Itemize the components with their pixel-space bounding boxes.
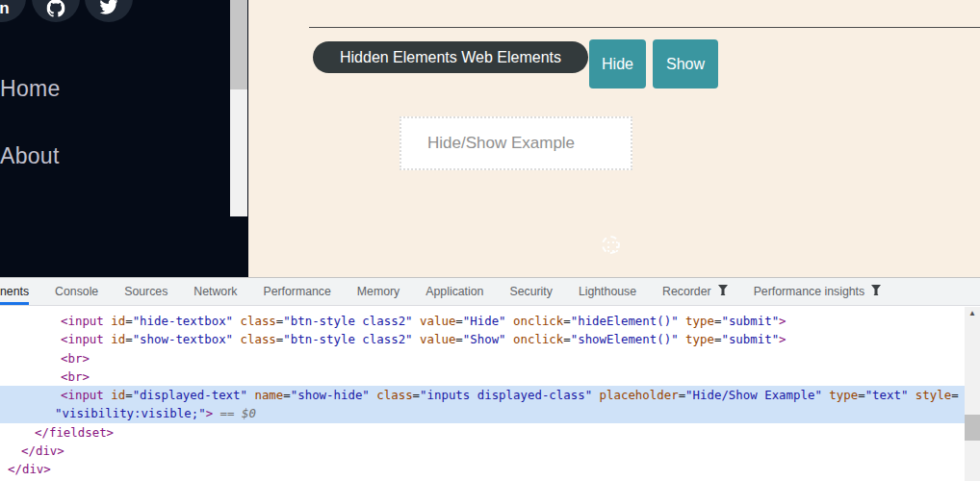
github-icon[interactable] [32, 0, 80, 22]
browser-viewport: in Home About Hidde [0, 0, 980, 277]
sidebar-link-home[interactable]: Home [0, 76, 61, 102]
code-token-val: "show-hide" [291, 388, 370, 402]
code-token-attr: name [247, 388, 283, 402]
devtools-tab-memory[interactable]: Memory [357, 278, 400, 305]
page-content: Hidden Elements Web Elements Hide Show [248, 0, 980, 277]
hide-show-example-input[interactable] [400, 116, 632, 170]
sidebar-scrollbar-track[interactable] [230, 0, 247, 216]
experiment-flask-icon [871, 285, 881, 298]
code-token-tag: <input [61, 388, 104, 402]
code-token-eq: = [858, 388, 864, 402]
tab-label: Recorder [662, 285, 711, 298]
code-token-attr: value [413, 314, 456, 328]
code-token-eq: = [679, 388, 685, 402]
devtools-tab-lighthouse[interactable]: Lighthouse [579, 278, 636, 305]
show-button[interactable]: Show [653, 39, 718, 89]
code-token-attr: id [104, 332, 125, 346]
devtools-tab-performance[interactable]: Performance [263, 278, 330, 305]
code-token-attr: id [104, 314, 125, 328]
code-token-attr: class [233, 332, 276, 346]
code-token-attr: value [413, 332, 456, 346]
linkedin-glyph: in [0, 0, 10, 18]
code-line[interactable]: <br> [0, 367, 980, 386]
code-token-tag: </div> [8, 462, 51, 476]
code-token-val: "show-textbox" [133, 332, 233, 346]
code-line[interactable]: <input id="show-textbox" class="btn-styl… [0, 330, 980, 348]
devtools-tab-security[interactable]: Security [509, 278, 552, 305]
code-line[interactable]: <input id="hide-textbox" class="btn-styl… [0, 312, 980, 330]
devtools-tab-application[interactable]: Application [426, 278, 483, 305]
devtools-tab-console[interactable]: Console [55, 278, 98, 305]
code-token-attr: type [679, 332, 714, 346]
code-line[interactable]: </div> [0, 442, 980, 460]
code-token-tag: <br> [61, 369, 90, 384]
code-token-tag: > [206, 406, 213, 420]
code-token-val: "Show" [463, 332, 506, 346]
devtools-tabbar: nentsConsoleSourcesNetworkPerformanceMem… [0, 278, 980, 306]
experiment-flask-icon [718, 285, 728, 298]
code-token-eq: = [951, 388, 958, 402]
tab-label: Application [426, 285, 483, 298]
code-token-eq: = [283, 388, 290, 402]
github-glyph [47, 0, 65, 21]
tab-label: Performance [263, 285, 330, 298]
code-token-eq: = [125, 332, 132, 346]
code-line[interactable]: "visibility:visible;"> == $0 [0, 404, 965, 422]
code-token-eq: = [563, 332, 570, 346]
devtools-tab-network[interactable]: Network [193, 278, 237, 305]
code-line[interactable]: <br> [0, 349, 980, 367]
screen: in Home About Hidde [0, 0, 980, 481]
devtools-tab-sources[interactable]: Sources [124, 278, 168, 305]
tab-label: Memory [357, 285, 400, 298]
code-token-attr: placeholder [592, 388, 679, 402]
tab-label: nents [0, 285, 29, 298]
code-token-val: "inputs displayed-class" [420, 388, 592, 402]
code-token-attr: type [679, 314, 714, 328]
code-token-attr: id [104, 388, 125, 402]
hide-button[interactable]: Hide [589, 39, 646, 89]
linkedin-icon[interactable]: in [0, 0, 26, 22]
tab-label: Performance insights [754, 285, 865, 298]
spinner-icon [602, 236, 620, 254]
code-token-eq: = [563, 314, 570, 328]
scroll-up-arrow-icon[interactable]: ▲ [965, 307, 980, 320]
tab-label: Lighthouse [579, 285, 636, 298]
code-token-attr: type [822, 388, 858, 402]
devtools-elements-tree: <input id="hide-textbox" class="btn-styl… [0, 307, 980, 481]
code-line[interactable]: </fieldset> [0, 423, 980, 442]
code-token-tag: <input [61, 332, 104, 346]
code-token-tag: <input [61, 314, 104, 328]
devtools-panel: nentsConsoleSourcesNetworkPerformanceMem… [0, 277, 980, 481]
section-divider [309, 27, 980, 28]
code-token-attr: class [233, 314, 276, 328]
code-token-val: "btn-style class2" [283, 332, 412, 346]
code-token-attr: onclick [506, 332, 564, 346]
code-token-val: "displayed-text" [133, 388, 247, 402]
page-sidebar: in Home About [0, 0, 248, 277]
sidebar-link-about[interactable]: About [0, 143, 60, 169]
code-token-eq: = [455, 332, 462, 346]
code-token-val: "submit" [721, 332, 779, 346]
sidebar-scrollbar-thumb[interactable] [230, 0, 247, 89]
code-token-attr: class [370, 388, 413, 402]
code-line[interactable]: </div> [0, 460, 980, 478]
tab-label: Network [193, 285, 237, 298]
code-token-val: "submit" [721, 314, 779, 328]
code-token-attr: style [908, 388, 951, 402]
devtools-tab-recorder[interactable]: Recorder [662, 278, 728, 305]
code-token-val: "text" [865, 388, 909, 402]
tab-label: Console [55, 285, 98, 298]
code-token-val: "btn-style class2" [283, 314, 412, 328]
code-token-eq: = [455, 314, 462, 328]
devtools-tab-performance-insights[interactable]: Performance insights [754, 278, 882, 305]
code-token-val: "Hide" [463, 314, 506, 328]
devtools-scrollbar-track[interactable]: ▲ [965, 307, 980, 481]
code-token-tag: > [779, 314, 786, 328]
devtools-scrollbar-thumb[interactable] [965, 415, 980, 441]
code-line[interactable]: <input id="displayed-text" name="show-hi… [0, 386, 965, 404]
code-token-tag: </div> [21, 443, 64, 458]
twitter-glyph [100, 0, 118, 18]
twitter-icon[interactable] [85, 0, 133, 22]
code-token-meta: == $0 [213, 406, 256, 420]
devtools-tab-nents[interactable]: nents [0, 278, 29, 305]
